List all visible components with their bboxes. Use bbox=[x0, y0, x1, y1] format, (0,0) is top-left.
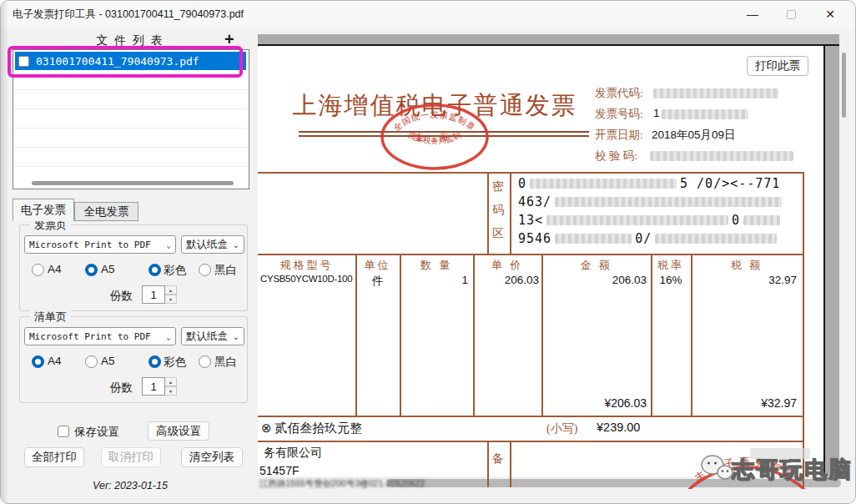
watermark-text: 志哥玩电脑 bbox=[732, 455, 853, 485]
radio-bw-label: 黑白 bbox=[214, 263, 237, 278]
seller-taxid-partial: 51457F bbox=[259, 464, 299, 477]
list-row-divider bbox=[14, 147, 248, 148]
radio-a5[interactable] bbox=[85, 355, 98, 368]
radio-a5-label: A5 bbox=[101, 263, 115, 275]
cipher-line: 13<0 bbox=[518, 211, 798, 229]
spinner-down-icon[interactable]: ▼ bbox=[165, 386, 177, 396]
list-row-divider bbox=[14, 128, 248, 129]
file-name: 031001700411_79040973.pdf bbox=[36, 55, 199, 68]
tab-electronic-invoice[interactable]: 电子发票 bbox=[13, 199, 74, 221]
password-area-char: 码 bbox=[492, 203, 504, 218]
tab-label: 电子发票 bbox=[21, 203, 66, 218]
radio-bw-label: 黑白 bbox=[214, 355, 237, 370]
app-window: 电子发票打印工具 - 031001700411_79040973.pdf — ✕… bbox=[0, 0, 856, 504]
radio-bw[interactable] bbox=[199, 264, 211, 276]
radio-a5-label: A5 bbox=[101, 355, 115, 367]
invoice-number-partial: 1 bbox=[653, 107, 660, 119]
copies-value[interactable]: 1 bbox=[142, 285, 165, 304]
radio-color-selected[interactable] bbox=[149, 264, 161, 276]
maximize-button[interactable] bbox=[772, 1, 810, 28]
preview-right-band bbox=[825, 46, 839, 476]
small-amount-label: (小写) bbox=[546, 421, 577, 436]
circle-x-icon: ⊗ bbox=[261, 421, 272, 435]
copies-label: 份数 bbox=[110, 289, 133, 304]
print-this-invoice-button[interactable]: 打印此票 bbox=[747, 56, 808, 76]
stamp-top-text: 全国统一发票监制章 bbox=[391, 110, 477, 134]
invoice-date-value: 2018年05月09日 bbox=[652, 128, 736, 143]
col-amount: 金 额 bbox=[541, 258, 651, 273]
minimize-button[interactable]: — bbox=[733, 1, 772, 28]
plus-icon: + bbox=[224, 30, 234, 48]
cipher-line: 463/ bbox=[518, 193, 798, 211]
list-row-divider bbox=[14, 89, 248, 90]
invoice-code-label: 发票代码: bbox=[595, 86, 643, 101]
preview-vscroll-thumb[interactable] bbox=[842, 53, 846, 118]
radio-color-selected[interactable] bbox=[149, 355, 161, 368]
tab-digital-invoice[interactable]: 全电发票 bbox=[74, 202, 138, 221]
radio-a4-selected[interactable] bbox=[32, 355, 44, 368]
file-list-item-selected[interactable]: 031001700411_79040973.pdf bbox=[15, 52, 246, 70]
printer-select[interactable]: Microsoft Print to PDF ⌄ bbox=[24, 235, 176, 254]
tray-select[interactable]: 默认纸盒 ⌄ bbox=[181, 327, 244, 345]
cancel-print-button: 取消打印 bbox=[101, 447, 161, 467]
save-settings-checkbox[interactable] bbox=[58, 426, 69, 437]
file-list-header: 文 件 列 表 bbox=[26, 33, 234, 48]
close-button[interactable]: ✕ bbox=[810, 1, 850, 28]
chevron-down-icon: ⌄ bbox=[233, 332, 239, 341]
add-file-button[interactable]: + bbox=[224, 31, 234, 48]
tab-label: 全电发票 bbox=[84, 204, 129, 219]
cell-unit: 件 bbox=[355, 274, 400, 289]
radio-color-label: 彩色 bbox=[164, 355, 186, 370]
copies-stepper[interactable]: 1 ▲ ▼ bbox=[142, 377, 177, 396]
maximize-icon bbox=[787, 10, 796, 19]
file-list[interactable]: 031001700411_79040973.pdf bbox=[13, 49, 249, 189]
password-area-char: 区 bbox=[492, 226, 504, 241]
button-label: 全部打印 bbox=[32, 450, 77, 465]
check-code-redacted bbox=[650, 151, 793, 161]
spinner-up-icon[interactable]: ▲ bbox=[165, 377, 177, 386]
tray-value: 默认纸盒 bbox=[186, 330, 228, 344]
invoice-page-group: 发票页 Microsoft Print to PDF ⌄ 默认纸盒 ⌄ A4 A… bbox=[19, 224, 248, 311]
cell-tax-rate: 16% bbox=[651, 274, 691, 286]
cell-tax: 32.97 bbox=[691, 274, 797, 286]
tax-monitor-stamp: 全国统一发票监制章 上 海 国家税务局监制 bbox=[378, 101, 491, 173]
invoice-date-label: 开票日期: bbox=[595, 128, 643, 143]
cell-quantity: 1 bbox=[400, 274, 468, 286]
check-code-label: 校 验 码: bbox=[595, 149, 637, 164]
cell-amount: 206.03 bbox=[541, 274, 647, 286]
list-row-divider bbox=[14, 166, 248, 167]
total-amount: ¥206.03 bbox=[541, 396, 647, 410]
clear-list-button[interactable]: 清空列表 bbox=[181, 447, 243, 467]
advanced-settings-button[interactable]: 高级设置 bbox=[148, 421, 209, 441]
cell-spec-model: CYSB50YCW10D-100 bbox=[260, 274, 354, 284]
col-tax-rate: 税率 bbox=[651, 258, 691, 273]
printer-value: Microsoft Print to PDF bbox=[29, 239, 151, 250]
col-spec-model: 规格型号 bbox=[258, 258, 355, 273]
spinner-down-icon[interactable]: ▼ bbox=[165, 295, 177, 304]
radio-color-label: 彩色 bbox=[164, 263, 186, 278]
printer-select[interactable]: Microsoft Print to PDF ⌄ bbox=[24, 327, 176, 345]
preview-top-band bbox=[258, 34, 839, 44]
radio-a4-label: A4 bbox=[48, 263, 62, 275]
small-amount-value: ¥239.00 bbox=[597, 421, 640, 434]
cipher-line: 05 /0/><--771 bbox=[518, 174, 798, 193]
radio-bw[interactable] bbox=[199, 355, 211, 368]
button-label: 清空列表 bbox=[189, 450, 234, 465]
copies-value[interactable]: 1 bbox=[142, 377, 165, 396]
spinner-up-icon[interactable]: ▲ bbox=[165, 285, 177, 295]
tray-select[interactable]: 默认纸盒 ⌄ bbox=[181, 235, 244, 254]
col-unit-price: 单 价 bbox=[473, 258, 541, 273]
print-all-button[interactable]: 全部打印 bbox=[24, 447, 84, 467]
seller-company-partial: 务有限公司 bbox=[264, 446, 322, 461]
copies-stepper[interactable]: 1 ▲ ▼ bbox=[142, 285, 177, 304]
file-checkbox[interactable] bbox=[18, 56, 29, 67]
col-tax: 税 额 bbox=[691, 258, 803, 273]
window-title: 电子发票打印工具 - 031001700411_79040973.pdf bbox=[13, 8, 244, 22]
amount-in-words: ⊗ 贰佰叁拾玖元整 bbox=[261, 421, 362, 436]
radio-a5-selected[interactable] bbox=[85, 264, 98, 276]
version-text: Ver: 2023-01-15 bbox=[1, 480, 259, 491]
chevron-down-icon: ⌄ bbox=[166, 332, 171, 341]
button-label: 高级设置 bbox=[156, 424, 201, 439]
file-list-hscroll-thumb[interactable] bbox=[32, 181, 234, 185]
radio-a4[interactable] bbox=[32, 264, 44, 276]
